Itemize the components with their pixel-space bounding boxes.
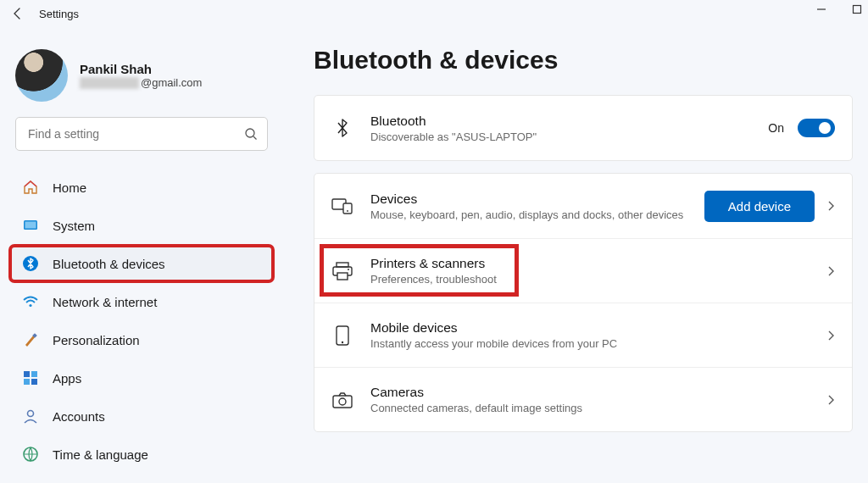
- svg-point-17: [347, 210, 348, 212]
- svg-line-3: [253, 136, 257, 140]
- sidebar-nav: Home System Bluetooth & devices Network …: [10, 169, 273, 475]
- sidebar-item-network[interactable]: Network & internet: [10, 284, 273, 319]
- bluetooth-card: Bluetooth Discoverable as "ASUS-LAPTOP" …: [314, 95, 853, 161]
- row-title: Mobile devices: [370, 320, 810, 336]
- svg-rect-9: [24, 371, 30, 377]
- time-icon: [22, 446, 39, 463]
- svg-point-2: [246, 129, 254, 137]
- sidebar-label: System: [53, 219, 95, 233]
- sidebar-item-bluetooth-devices[interactable]: Bluetooth & devices: [10, 246, 273, 281]
- row-subtitle: Connected cameras, default image setting…: [370, 402, 810, 414]
- minimize-button[interactable]: [814, 2, 829, 17]
- search-icon: [244, 127, 258, 141]
- svg-rect-1: [854, 6, 861, 14]
- svg-rect-16: [343, 203, 352, 214]
- email-redacted: [80, 77, 139, 89]
- phone-icon: [331, 325, 353, 347]
- devices-card-stack: Devices Mouse, keyboard, pen, audio, dis…: [314, 173, 853, 432]
- chevron-right-icon: [826, 330, 835, 341]
- sidebar-item-accounts[interactable]: Accounts: [10, 398, 273, 434]
- sidebar-label: Accounts: [53, 409, 105, 424]
- svg-point-21: [348, 269, 349, 270]
- bluetooth-toggle[interactable]: [798, 119, 835, 137]
- sidebar-item-home[interactable]: Home: [10, 169, 273, 205]
- row-devices[interactable]: Devices Mouse, keyboard, pen, audio, dis…: [314, 174, 852, 238]
- svg-rect-20: [337, 273, 348, 280]
- search-input[interactable]: [15, 117, 268, 151]
- row-title: Bluetooth: [370, 114, 751, 129]
- sidebar-label: Personalization: [53, 333, 140, 347]
- camera-icon: [331, 389, 353, 411]
- row-title: Printers & scanners: [370, 256, 810, 271]
- sidebar-label: Network & internet: [53, 295, 157, 309]
- svg-rect-24: [333, 396, 352, 408]
- row-bluetooth[interactable]: Bluetooth Discoverable as "ASUS-LAPTOP" …: [314, 96, 852, 160]
- back-arrow-icon: [11, 7, 25, 20]
- printer-icon: [331, 260, 353, 282]
- svg-rect-5: [25, 222, 36, 229]
- row-subtitle: Instantly access your mobile devices fro…: [370, 337, 810, 350]
- window-title: Settings: [39, 8, 79, 20]
- svg-point-13: [28, 411, 34, 417]
- svg-rect-11: [24, 379, 30, 385]
- apps-icon: [22, 369, 39, 386]
- sidebar-label: Home: [53, 180, 86, 195]
- search-field-wrap: [15, 117, 268, 151]
- titlebar: Settings: [0, 0, 868, 27]
- row-subtitle: Preferences, troubleshoot: [370, 273, 810, 286]
- sidebar-item-personalization[interactable]: Personalization: [10, 322, 273, 358]
- svg-rect-10: [31, 371, 37, 377]
- row-title: Devices: [370, 192, 687, 207]
- chevron-right-icon: [826, 200, 835, 212]
- row-title: Cameras: [370, 385, 810, 400]
- sidebar-label: Time & language: [53, 447, 148, 462]
- main-panel: Bluetooth & devices Bluetooth Discoverab…: [283, 27, 868, 483]
- bluetooth-glyph-icon: [331, 117, 353, 139]
- sidebar-item-apps[interactable]: Apps: [10, 360, 273, 396]
- profile-email: @gmail.com: [80, 76, 202, 89]
- row-cameras[interactable]: Cameras Connected cameras, default image…: [314, 367, 852, 431]
- devices-icon: [331, 195, 353, 217]
- back-button[interactable]: [7, 3, 29, 25]
- svg-rect-18: [337, 263, 348, 267]
- profile-block[interactable]: Pankil Shah @gmail.com: [15, 49, 273, 102]
- accounts-icon: [22, 408, 39, 425]
- row-subtitle: Discoverable as "ASUS-LAPTOP": [370, 130, 751, 143]
- maximize-button[interactable]: [849, 2, 865, 17]
- home-icon: [22, 179, 39, 196]
- chevron-right-icon: [826, 394, 835, 406]
- toggle-state-label: On: [768, 121, 784, 135]
- sidebar: Pankil Shah @gmail.com Home: [0, 27, 283, 483]
- sidebar-item-system[interactable]: System: [10, 208, 273, 243]
- system-icon: [22, 217, 39, 234]
- sidebar-label: Bluetooth & devices: [53, 257, 165, 271]
- svg-point-25: [339, 398, 346, 405]
- email-suffix: @gmail.com: [141, 76, 202, 89]
- chevron-right-icon: [826, 265, 835, 277]
- svg-point-7: [29, 304, 31, 307]
- brush-icon: [22, 331, 39, 348]
- sidebar-item-time-language[interactable]: Time & language: [10, 436, 273, 472]
- add-device-button[interactable]: Add device: [704, 191, 815, 222]
- row-printers-scanners[interactable]: Printers & scanners Preferences, trouble…: [314, 238, 852, 303]
- svg-point-23: [342, 341, 343, 342]
- avatar: [15, 49, 68, 102]
- sidebar-label: Apps: [53, 371, 81, 386]
- bluetooth-icon: [22, 255, 39, 272]
- svg-rect-12: [31, 379, 37, 385]
- row-subtitle: Mouse, keyboard, pen, audio, displays an…: [370, 208, 687, 221]
- page-title: Bluetooth & devices: [314, 46, 853, 75]
- wifi-icon: [22, 293, 39, 310]
- profile-name: Pankil Shah: [80, 62, 202, 76]
- row-mobile-devices[interactable]: Mobile devices Instantly access your mob…: [314, 303, 852, 367]
